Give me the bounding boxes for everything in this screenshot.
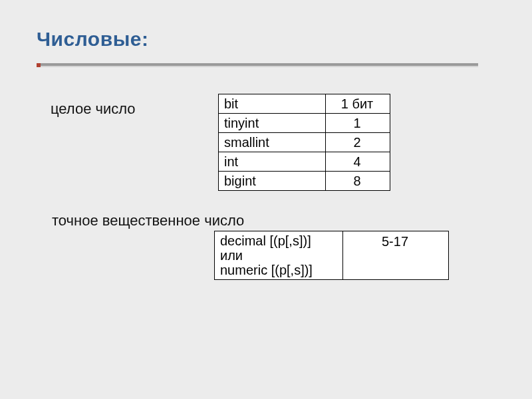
cell-type: int xyxy=(219,152,326,172)
cell-size: 1 бит xyxy=(326,94,390,114)
cell-size: 4 xyxy=(326,152,390,172)
cell-size: 2 xyxy=(326,133,390,152)
cell-type: bigint xyxy=(219,172,326,191)
dec-line-3: numeric [(p[,s])] xyxy=(220,263,313,277)
title-accent-square xyxy=(37,63,41,67)
table-row: tinyint 1 xyxy=(219,114,390,133)
table-row: bit 1 бит xyxy=(219,94,390,114)
dec-line-1: decimal [(p[,s])] xyxy=(220,233,311,248)
cell-size: 8 xyxy=(326,172,390,191)
decimal-types-table: decimal [(p[,s])] или numeric [(p[,s])] … xyxy=(214,231,449,280)
cell-size: 5-17 xyxy=(343,231,449,280)
table-row: decimal [(p[,s])] или numeric [(p[,s])] … xyxy=(215,231,449,280)
integer-label: целое число xyxy=(51,100,136,118)
cell-type: bit xyxy=(219,94,326,114)
cell-type: tinyint xyxy=(219,114,326,133)
integer-types-table: bit 1 бит tinyint 1 smallint 2 int 4 big… xyxy=(218,94,390,191)
dec-line-2: или xyxy=(220,248,243,263)
table-row: int 4 xyxy=(219,152,390,172)
decimal-label: точное вещественное число xyxy=(52,212,244,229)
slide: Числовые: целое число bit 1 бит tinyint … xyxy=(0,0,532,399)
table-row: smallint 2 xyxy=(219,133,390,152)
cell-type: smallint xyxy=(219,133,326,152)
cell-size: 1 xyxy=(326,114,390,133)
table-row: bigint 8 xyxy=(219,172,390,191)
slide-title: Числовые: xyxy=(37,28,148,51)
cell-type: decimal [(p[,s])] или numeric [(p[,s])] xyxy=(215,231,343,280)
title-underline xyxy=(37,63,478,66)
